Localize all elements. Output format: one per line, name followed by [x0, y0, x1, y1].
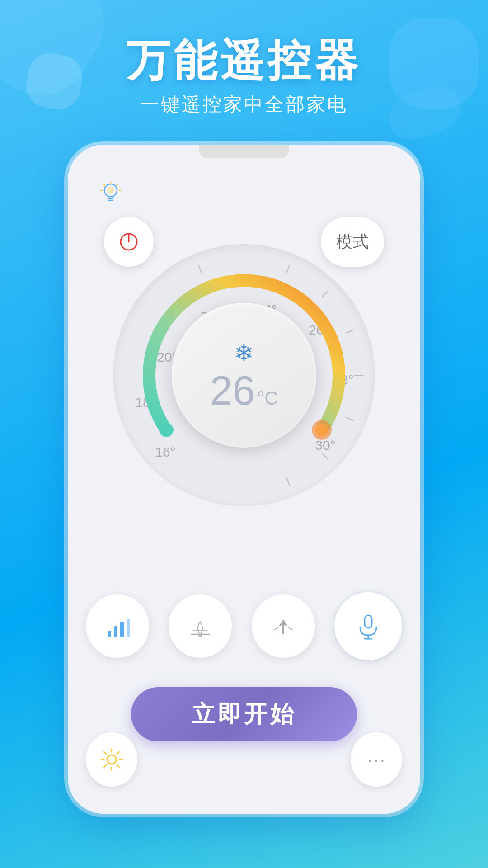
app-subtitle: 一键遥控家中全部家电: [140, 92, 348, 117]
bulb-icon-container[interactable]: [95, 176, 127, 208]
svg-rect-39: [120, 622, 124, 637]
phone-mockup: 模式 16° 18° 20° 22°: [68, 145, 420, 814]
wind-direction-icon: [270, 613, 297, 640]
wind-speed-icon: [104, 613, 131, 640]
microphone-icon: [354, 612, 383, 641]
microphone-button[interactable]: [334, 592, 402, 660]
svg-rect-46: [365, 615, 372, 628]
svg-point-45: [198, 633, 202, 637]
svg-point-6: [108, 187, 114, 193]
temperature-value: 26: [210, 370, 255, 411]
snowflake-icon: ❄: [234, 340, 254, 367]
bottom-icons-row: ···: [86, 732, 402, 787]
wind-direction-button[interactable]: [252, 594, 315, 658]
svg-rect-40: [127, 619, 130, 637]
temperature-dial[interactable]: 16° 18° 20° 22° 24° 26° 28° 30°: [113, 244, 375, 506]
fan-icon: [187, 613, 214, 640]
svg-point-49: [107, 755, 116, 764]
svg-line-54: [104, 752, 106, 754]
temperature-mode-button[interactable]: [86, 732, 137, 787]
more-options-button[interactable]: ···: [351, 732, 402, 787]
header-section: 万能遥控器 一键遥控家中全部家电: [0, 0, 488, 154]
svg-line-56: [117, 752, 119, 754]
start-button-label: 立即开始: [192, 698, 296, 730]
temperature-display: ❄ 26 °C: [172, 303, 316, 448]
svg-line-3: [117, 184, 118, 185]
svg-point-35: [315, 424, 328, 436]
app-title: 万能遥控器: [127, 37, 361, 85]
lightbulb-icon: [99, 180, 122, 204]
sun-icon: [99, 747, 124, 772]
svg-point-36: [159, 423, 174, 437]
svg-line-57: [104, 765, 106, 767]
more-dots-icon: ···: [367, 748, 386, 771]
svg-rect-37: [108, 631, 111, 637]
wind-speed-button[interactable]: [86, 594, 149, 658]
temperature-unit: °C: [257, 387, 278, 409]
svg-line-55: [117, 765, 119, 767]
phone-content: 模式 16° 18° 20° 22°: [68, 145, 420, 814]
svg-line-2: [103, 184, 105, 185]
bottom-controls: [86, 592, 402, 660]
svg-rect-38: [114, 626, 117, 637]
fan-sweep-button[interactable]: [169, 594, 232, 658]
